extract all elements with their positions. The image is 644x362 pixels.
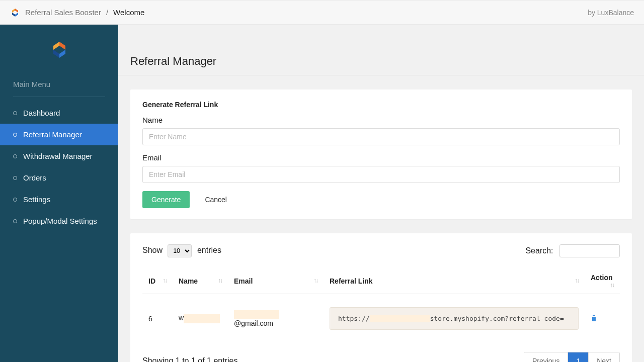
- cell-name: w: [173, 294, 228, 343]
- topbar: Referral Sales Booster / Welcome by LuxB…: [0, 0, 644, 25]
- search-input[interactable]: [559, 244, 620, 257]
- sort-icon: ↑↓: [163, 277, 167, 284]
- sort-icon: ↑↓: [575, 277, 579, 284]
- entries-control: Show 10 entries: [142, 244, 221, 257]
- sidebar-item-popup-modal[interactable]: Popup/Modal Settings: [0, 210, 118, 232]
- vendor-text: by LuxBalance: [588, 9, 634, 17]
- table-row: 6 w @gmail.com https://store.myshopify.c…: [142, 294, 620, 343]
- generate-button[interactable]: Generate: [142, 191, 190, 208]
- breadcrumb-current: Welcome: [113, 8, 144, 17]
- col-header-name[interactable]: Name ↑↓: [173, 268, 228, 294]
- col-header-action[interactable]: Action ↑↓: [585, 268, 620, 294]
- menu-heading: Main Menu: [0, 75, 118, 94]
- sidebar-item-label: Popup/Modal Settings: [23, 217, 97, 225]
- sidebar-item-label: Withdrawal Manager: [23, 152, 93, 160]
- redacted-text: [370, 315, 430, 322]
- sidebar-item-referral-manager[interactable]: Referral Manager: [0, 124, 118, 145]
- referral-link-box[interactable]: https://store.myshopify.com?referral-cod…: [330, 307, 579, 330]
- sidebar-item-orders[interactable]: Orders: [0, 167, 118, 189]
- redacted-text: [234, 310, 279, 319]
- cell-id: 6: [142, 294, 173, 343]
- pager-previous[interactable]: Previous: [524, 352, 568, 362]
- card-title: Generate Referral Link: [142, 101, 620, 109]
- name-label: Name: [142, 116, 620, 124]
- breadcrumb: Referral Sales Booster / Welcome: [10, 8, 144, 18]
- email-input[interactable]: [142, 166, 620, 183]
- menu-divider: [13, 97, 105, 97]
- show-label: Show: [142, 246, 163, 254]
- circle-icon: [13, 133, 17, 137]
- app-name: Referral Sales Booster: [25, 8, 101, 17]
- col-header-email[interactable]: Email ↑↓: [228, 268, 324, 294]
- page-title: Referral Manager: [130, 55, 632, 68]
- circle-icon: [13, 154, 17, 158]
- app-logo-icon: [10, 8, 20, 18]
- search-control: Search:: [525, 244, 620, 257]
- col-header-id[interactable]: ID ↑↓: [142, 268, 173, 294]
- sidebar-item-label: Settings: [23, 195, 50, 204]
- sidebar-logo: [0, 25, 118, 75]
- table-info-text: Showing 1 to 1 of 1 entries: [142, 356, 237, 362]
- cancel-button[interactable]: Cancel: [196, 191, 236, 208]
- sort-icon: ↑↓: [218, 277, 222, 284]
- referrals-table-card: Show 10 entries Search:: [130, 233, 632, 362]
- cell-action: [585, 294, 620, 343]
- circle-icon: [13, 219, 17, 223]
- search-label: Search:: [525, 246, 553, 255]
- pager: Previous 1 Next: [524, 352, 620, 362]
- circle-icon: [13, 176, 17, 180]
- sidebar: Main Menu Dashboard Referral Manager Wit…: [0, 25, 118, 362]
- entries-select[interactable]: 10: [168, 244, 192, 257]
- cell-email: @gmail.com: [228, 294, 324, 343]
- col-header-referral-link[interactable]: Referral Link ↑↓: [324, 268, 585, 294]
- sidebar-item-label: Referral Manager: [23, 130, 82, 139]
- sidebar-item-label: Dashboard: [23, 109, 60, 117]
- circle-icon: [13, 198, 17, 202]
- sidebar-item-label: Orders: [23, 173, 46, 182]
- main-content: Referral Manager Generate Referral Link …: [118, 25, 644, 362]
- cell-referral-link: https://store.myshopify.com?referral-cod…: [324, 294, 585, 343]
- circle-icon: [13, 111, 17, 115]
- pager-page-1[interactable]: 1: [568, 352, 588, 362]
- sort-icon: ↑↓: [610, 282, 614, 289]
- breadcrumb-separator: /: [106, 8, 108, 17]
- sidebar-item-settings[interactable]: Settings: [0, 189, 118, 210]
- sidebar-item-withdrawal-manager[interactable]: Withdrawal Manager: [0, 145, 118, 167]
- email-label: Email: [142, 153, 620, 162]
- trash-icon[interactable]: [591, 315, 597, 323]
- pager-next[interactable]: Next: [588, 352, 619, 362]
- referrals-table: ID ↑↓ Name ↑↓ Email ↑↓: [142, 268, 620, 343]
- redacted-text: [184, 314, 220, 323]
- generate-link-card: Generate Referral Link Name Email Genera…: [130, 89, 632, 219]
- name-input[interactable]: [142, 128, 620, 145]
- sidebar-item-dashboard[interactable]: Dashboard: [0, 102, 118, 124]
- sort-icon: ↑↓: [313, 277, 317, 284]
- entries-label: entries: [197, 246, 221, 254]
